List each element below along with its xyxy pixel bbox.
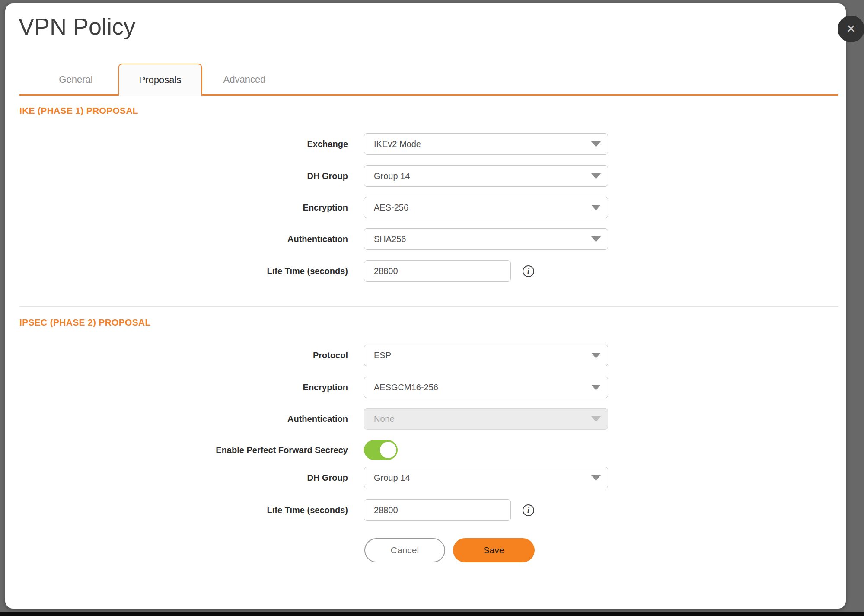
ike-life-time-value: 28800	[374, 266, 398, 276]
chevron-down-icon	[591, 475, 601, 481]
toggle-knob	[380, 442, 396, 458]
ipsec-phase2-heading: IPSEC (PHASE 2) PROPOSAL	[19, 317, 151, 328]
chevron-down-icon	[591, 236, 601, 242]
footer-buttons: Cancel Save	[364, 538, 535, 562]
ike-life-time-row: Life Time (seconds) 28800 i	[5, 260, 846, 282]
protocol-dropdown[interactable]: ESP	[364, 345, 608, 366]
ike-encryption-dropdown[interactable]: AES-256	[364, 197, 608, 218]
ipsec-life-time-row: Life Time (seconds) 28800 i	[5, 499, 846, 521]
ipsec-encryption-label: Encryption	[5, 383, 348, 393]
ike-authentication-value: SHA256	[374, 234, 406, 244]
ike-encryption-value: AES-256	[374, 203, 408, 213]
ike-authentication-label: Authentication	[5, 234, 348, 244]
chevron-down-icon	[591, 173, 601, 179]
tab-general[interactable]: General	[34, 64, 118, 96]
ipsec-authentication-dropdown-disabled: None	[364, 408, 608, 430]
protocol-row: Protocol ESP	[5, 344, 846, 367]
ike-dh-group-value: Group 14	[374, 171, 410, 181]
ike-authentication-dropdown[interactable]: SHA256	[364, 228, 608, 250]
tab-advanced[interactable]: Advanced	[202, 64, 287, 96]
pfs-row: Enable Perfect Forward Secrecy	[5, 439, 846, 461]
ipsec-encryption-value: AESGCM16-256	[374, 383, 438, 393]
exchange-row: Exchange IKEv2 Mode	[5, 133, 846, 155]
ike-phase1-heading: IKE (PHASE 1) PROPOSAL	[19, 105, 138, 116]
info-icon[interactable]: i	[523, 504, 534, 516]
desktop-bottom-edge	[0, 612, 864, 616]
section-divider	[19, 306, 838, 307]
ipsec-dh-group-row: DH Group Group 14	[5, 466, 846, 489]
tab-bar: General Proposals Advanced	[34, 64, 287, 96]
exchange-label: Exchange	[5, 139, 348, 149]
save-button[interactable]: Save	[453, 538, 535, 562]
ipsec-encryption-row: Encryption AESGCM16-256	[5, 376, 846, 399]
ipsec-authentication-value: None	[374, 414, 395, 424]
ike-dh-group-dropdown[interactable]: Group 14	[364, 165, 608, 187]
ipsec-dh-group-dropdown[interactable]: Group 14	[364, 467, 608, 488]
page-title: VPN Policy	[19, 13, 135, 40]
ike-life-time-input[interactable]: 28800	[364, 260, 511, 282]
ike-encryption-label: Encryption	[5, 203, 348, 213]
chevron-down-icon	[591, 416, 601, 422]
chevron-down-icon	[591, 353, 601, 358]
ipsec-dh-group-value: Group 14	[374, 473, 410, 483]
protocol-label: Protocol	[5, 351, 348, 361]
ike-dh-group-row: DH Group Group 14	[5, 165, 846, 187]
pfs-toggle-on[interactable]	[364, 440, 398, 460]
ipsec-life-time-input[interactable]: 28800	[364, 499, 511, 521]
exchange-dropdown[interactable]: IKEv2 Mode	[364, 133, 608, 155]
chevron-down-icon	[591, 141, 601, 147]
tab-proposals[interactable]: Proposals	[118, 64, 202, 96]
cancel-button[interactable]: Cancel	[364, 538, 445, 562]
ipsec-authentication-label: Authentication	[5, 414, 348, 424]
ipsec-encryption-dropdown[interactable]: AESGCM16-256	[364, 377, 608, 398]
ipsec-dh-group-label: DH Group	[5, 473, 348, 483]
ipsec-life-time-label: Life Time (seconds)	[5, 505, 348, 515]
chevron-down-icon	[591, 385, 601, 390]
ike-encryption-row: Encryption AES-256	[5, 196, 846, 219]
info-icon[interactable]: i	[523, 265, 534, 277]
close-icon[interactable]: ✕	[838, 16, 864, 42]
exchange-value: IKEv2 Mode	[374, 139, 421, 149]
vpn-policy-dialog: VPN Policy General Proposals Advanced IK…	[5, 3, 846, 609]
chevron-down-icon	[591, 205, 601, 211]
pfs-label: Enable Perfect Forward Secrecy	[5, 445, 348, 455]
ike-authentication-row: Authentication SHA256	[5, 228, 846, 250]
ike-dh-group-label: DH Group	[5, 171, 348, 181]
ipsec-authentication-row: Authentication None	[5, 408, 846, 430]
protocol-value: ESP	[374, 351, 391, 361]
ipsec-life-time-value: 28800	[374, 505, 398, 515]
ike-life-time-label: Life Time (seconds)	[5, 266, 348, 276]
page-background: { "dialog": { "title": "VPN Policy" }, "…	[0, 0, 864, 616]
